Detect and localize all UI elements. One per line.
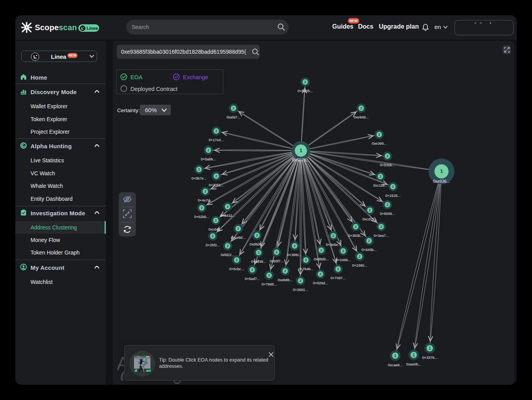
svg-text:0xcae8...: 0xcae8... [388, 363, 402, 367]
svg-text:0×6432...: 0×6432... [220, 214, 235, 218]
svg-text:2: 2 [299, 279, 301, 283]
svg-text:0×4d39...: 0×4d39... [251, 260, 266, 264]
svg-text:0xe399...: 0xe399... [372, 142, 387, 145]
svg-text:2: 2 [235, 258, 237, 262]
svg-text:2: 2 [386, 154, 388, 158]
svg-text:0×5abb...: 0×5abb... [201, 157, 216, 161]
svg-text:2: 2 [237, 227, 239, 231]
svg-text:2: 2 [342, 249, 344, 253]
svg-text:0×5a05...: 0×5a05... [298, 89, 313, 93]
svg-text:2: 2 [320, 248, 322, 252]
svg-text:2: 2 [368, 239, 370, 243]
svg-text:1: 1 [413, 353, 415, 357]
svg-text:0xb5f7...: 0xb5f7... [270, 259, 283, 263]
svg-text:2: 2 [337, 267, 339, 271]
svg-text:2: 2 [201, 206, 203, 210]
svg-text:0×5cbc...: 0×5cbc... [229, 267, 244, 271]
svg-text:0×5075...: 0×5075... [292, 158, 309, 162]
svg-text:0×3e5e...: 0×3e5e... [326, 243, 341, 247]
svg-text:2: 2 [212, 234, 214, 238]
svg-text:0×826d...: 0×826d... [313, 281, 328, 285]
svg-text:2: 2 [369, 208, 371, 212]
svg-text:2: 2 [319, 272, 321, 276]
svg-text:0×2469...: 0×2469... [336, 258, 351, 262]
svg-text:2: 2 [198, 167, 200, 171]
svg-text:2: 2 [386, 203, 388, 207]
svg-text:0×3ea7...: 0×3ea7... [374, 234, 389, 238]
svg-text:0×764b...: 0×764b... [299, 267, 314, 271]
svg-text:0xcd15...: 0xcd15... [362, 217, 377, 221]
svg-text:0xd8d9...: 0xd8d9... [314, 257, 329, 261]
svg-text:0×62b5...: 0×62b5... [194, 215, 210, 219]
svg-text:2: 2 [257, 251, 259, 255]
svg-text:1: 1 [299, 147, 302, 153]
svg-text:2: 2 [251, 268, 253, 272]
svg-text:0×4e7d...: 0×4e7d... [198, 198, 213, 202]
svg-text:0×2051...: 0×2051... [209, 183, 224, 187]
svg-text:0×645b...: 0×645b... [362, 248, 377, 252]
svg-text:2: 2 [226, 244, 228, 248]
svg-text:2: 2 [268, 273, 270, 277]
svg-text:2: 2 [232, 106, 234, 110]
svg-text:0×6006...: 0×6006... [380, 212, 395, 216]
svg-text:0×3379...: 0×3379... [422, 356, 438, 360]
svg-text:2: 2 [355, 225, 356, 229]
svg-text:0×0b7e...: 0×0b7e... [192, 176, 207, 180]
svg-text:2: 2 [215, 174, 217, 178]
svg-text:0xe936...: 0xe936... [433, 179, 450, 184]
svg-text:2: 2 [293, 244, 295, 248]
svg-text:2: 2 [378, 133, 380, 136]
svg-text:2: 2 [380, 225, 382, 229]
svg-text:2: 2 [207, 148, 209, 152]
svg-text:0×398c...: 0×398c... [287, 253, 302, 257]
svg-text:1: 1 [394, 354, 396, 358]
svg-text:0xfd22...: 0xfd22... [221, 253, 234, 257]
svg-text:0×7988...: 0×7988... [262, 282, 277, 286]
svg-text:0×25f2...: 0×25f2... [206, 243, 220, 247]
svg-text:0xeb8b...: 0xeb8b... [278, 278, 293, 282]
svg-text:2: 2 [379, 175, 381, 178]
svg-text:0xafa7...: 0xafa7... [226, 115, 240, 119]
svg-text:0xe948...: 0xe948... [354, 115, 369, 119]
svg-text:0×2390...: 0×2390... [352, 264, 367, 267]
svg-text:0×17e4...: 0×17e4... [209, 138, 224, 142]
svg-text:0xc116...: 0xc116... [373, 184, 388, 187]
svg-text:0×360b...: 0×360b... [348, 234, 364, 238]
svg-text:2: 2 [392, 185, 394, 189]
svg-text:2: 2 [275, 250, 277, 254]
svg-text:2: 2 [332, 234, 334, 238]
svg-text:0×7487...: 0×7487... [331, 276, 346, 280]
svg-text:2: 2 [215, 218, 217, 222]
svg-text:2: 2 [304, 80, 306, 84]
svg-text:1: 1 [429, 346, 431, 351]
svg-text:2: 2 [204, 189, 206, 193]
svg-text:2: 2 [226, 205, 228, 209]
svg-text:0xcd48...: 0xcd48... [208, 227, 223, 231]
svg-text:2: 2 [256, 233, 258, 237]
svg-text:0×530b...: 0×530b... [380, 163, 395, 167]
svg-text:0×2691...: 0×2691... [293, 288, 308, 292]
svg-text:2: 2 [358, 255, 360, 258]
svg-text:0xd6d6...: 0xd6d6... [250, 242, 264, 246]
svg-text:2: 2 [284, 269, 286, 273]
svg-text:1: 1 [440, 168, 443, 174]
svg-text:0×5ad7...: 0×5ad7... [245, 277, 260, 281]
svg-text:2: 2 [360, 106, 362, 110]
svg-text:0xae0b...: 0xae0b... [406, 362, 421, 366]
svg-text:0×1525...: 0×1525... [385, 194, 401, 198]
svg-text:2: 2 [215, 129, 217, 133]
svg-text:0xce8d...: 0xce8d... [231, 236, 245, 240]
svg-text:2: 2 [305, 258, 307, 262]
